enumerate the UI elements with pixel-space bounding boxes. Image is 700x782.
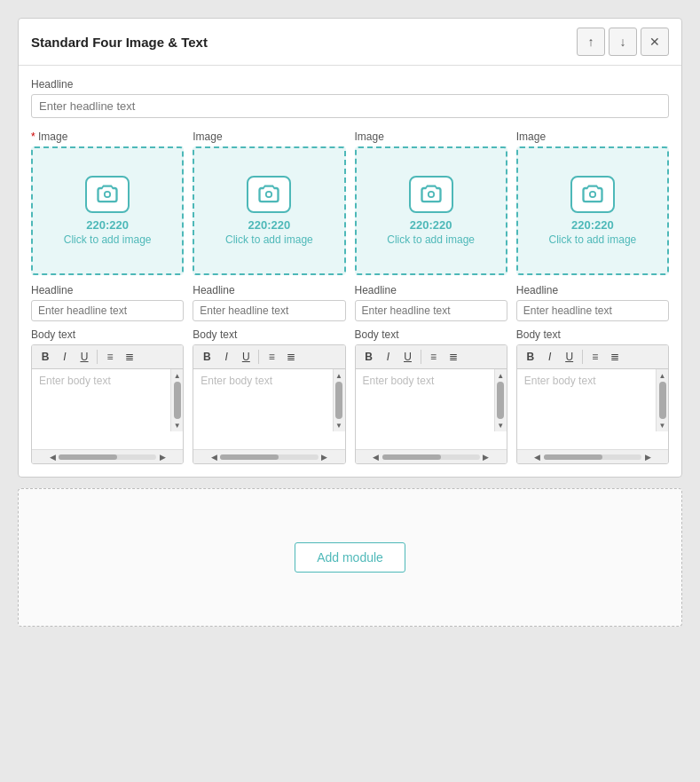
col-4-ul-btn[interactable]: ≡ (586, 348, 604, 366)
col-1-ul-btn[interactable]: ≡ (101, 348, 119, 366)
col-3-headline-input[interactable] (355, 300, 507, 321)
col-1-hscroll-right[interactable]: ▶ (156, 451, 169, 463)
col-3-ol-btn[interactable]: ≣ (444, 348, 462, 366)
col-1-sep (97, 350, 98, 364)
col-3-hscroll-right[interactable]: ▶ (480, 451, 492, 463)
arrow-up-icon: ↑ (588, 35, 594, 49)
col-1-scroll-up[interactable]: ▲ (173, 371, 182, 380)
col-3-scroll-up[interactable]: ▲ (496, 371, 505, 380)
col-2-hscrollbar[interactable]: ◀ ▶ (193, 449, 344, 463)
col-4-image-cta: Click to add image (549, 233, 637, 246)
camera-icon (419, 182, 444, 207)
col-4-image-box[interactable]: 220:220 Click to add image (516, 146, 669, 275)
col-3-hthumb[interactable] (382, 454, 441, 460)
col-4-hscroll-left[interactable]: ◀ (531, 451, 544, 463)
col-2-ul-btn[interactable]: ≡ (263, 348, 280, 366)
module-body: Headline * Image 220:220 Click to add im… (19, 66, 681, 477)
col-4-vthumb[interactable] (659, 382, 666, 419)
col-4-italic-btn[interactable]: I (541, 348, 559, 366)
col-1-scroll-down[interactable]: ▼ (173, 421, 182, 430)
column-4: Image 220:220 Click to add image Headlin… (516, 130, 669, 464)
move-down-button[interactable]: ↓ (609, 28, 637, 56)
column-3: Image 220:220 Click to add image Headlin… (355, 130, 507, 464)
col-3-sep (421, 350, 421, 364)
col-1-toolbar: B I U ≡ ≣ (32, 345, 183, 369)
col-3-body-input[interactable]: Enter body text (356, 369, 507, 449)
col-1-htrack (59, 454, 156, 460)
col-1-italic-btn[interactable]: I (56, 348, 74, 366)
col-2-ol-btn[interactable]: ≣ (282, 348, 300, 366)
col-2-scroll-down[interactable]: ▼ (334, 421, 343, 430)
col-1-image-box[interactable]: 220:220 Click to add image (31, 146, 184, 275)
col-1-body-label: Body text (31, 328, 184, 341)
col-4-underline-btn[interactable]: U (561, 348, 578, 366)
col-2-hscroll-left[interactable]: ◀ (208, 451, 220, 463)
col-1-vscrollbar[interactable]: ▲ ▼ (170, 369, 183, 431)
col-1-vthumb[interactable] (174, 382, 181, 419)
col-1-hscrollbar[interactable]: ◀ ▶ (32, 449, 183, 463)
col-2-image-box[interactable]: 220:220 Click to add image (193, 146, 345, 275)
col-3-bold-btn[interactable]: B (360, 348, 378, 366)
add-module-button[interactable]: Add module (295, 542, 405, 573)
col-3-hscrollbar[interactable]: ◀ ▶ (356, 449, 507, 463)
add-module-area: Add module (18, 488, 682, 627)
col-2-body-placeholder: Enter body text (201, 375, 272, 387)
col-3-htrack (382, 454, 480, 460)
col-1-bold-btn[interactable]: B (36, 348, 54, 366)
col-4-editor: B I U ≡ ≣ Enter body text ▲ (516, 344, 669, 464)
col-3-body-placeholder: Enter body text (363, 375, 435, 387)
header-controls: ↑ ↓ ✕ (577, 28, 669, 56)
col-4-hscrollbar[interactable]: ◀ ▶ (517, 449, 668, 463)
col-2-vthumb[interactable] (335, 382, 342, 419)
close-button[interactable]: ✕ (641, 28, 669, 56)
col-1-image-label: * Image (31, 130, 184, 143)
col-2-vscrollbar[interactable]: ▲ ▼ (333, 369, 345, 431)
col-1-body-input[interactable]: Enter body text (32, 369, 183, 449)
move-up-button[interactable]: ↑ (577, 28, 605, 56)
col-4-scroll-down[interactable]: ▼ (658, 421, 667, 430)
col-2-underline-btn[interactable]: U (237, 348, 255, 366)
col-3-vscrollbar[interactable]: ▲ ▼ (494, 369, 507, 431)
col-4-headline-input[interactable] (516, 300, 669, 321)
camera-icon (580, 182, 605, 207)
col-1-hscroll-left[interactable]: ◀ (46, 451, 59, 463)
col-2-image-dim: 220:220 (248, 218, 291, 232)
col-3-hscroll-left[interactable]: ◀ (370, 451, 382, 463)
col-4-vscrollbar[interactable]: ▲ ▼ (656, 369, 668, 431)
col-2-hscroll-right[interactable]: ▶ (319, 451, 331, 463)
col-4-camera-box (570, 176, 615, 213)
col-1-headline-input[interactable] (31, 300, 184, 321)
headline-input[interactable] (31, 94, 669, 118)
col-3-ul-btn[interactable]: ≡ (425, 348, 443, 366)
col-3-image-box[interactable]: 220:220 Click to add image (355, 146, 507, 275)
col-4-scroll-up[interactable]: ▲ (658, 371, 667, 380)
col-4-hscroll-right[interactable]: ▶ (641, 451, 654, 463)
col-3-underline-btn[interactable]: U (399, 348, 417, 366)
col-1-hthumb[interactable] (59, 454, 117, 460)
col-3-image-label: Image (355, 130, 507, 143)
col-2-bold-btn[interactable]: B (198, 348, 216, 366)
col-2-body-input[interactable]: Enter body text (193, 369, 344, 449)
col-1-ol-btn[interactable]: ≣ (121, 348, 138, 366)
col-4-image-label: Image (516, 130, 669, 143)
col-2-hthumb[interactable] (220, 454, 279, 460)
required-star: * (31, 130, 35, 143)
col-2-scroll-up[interactable]: ▲ (334, 371, 343, 380)
col-2-content: Enter body text ▲ ▼ (193, 369, 344, 449)
col-1-body-placeholder: Enter body text (39, 375, 111, 387)
add-module-label: Add module (317, 550, 383, 565)
col-1-camera-box (85, 176, 130, 213)
col-2-editor: B I U ≡ ≣ Enter body text ▲ (193, 344, 345, 464)
col-3-italic-btn[interactable]: I (380, 348, 397, 366)
col-1-image-dim: 220:220 (86, 218, 129, 232)
col-3-vthumb[interactable] (497, 382, 504, 419)
module-card: Standard Four Image & Text ↑ ↓ ✕ Headlin… (18, 18, 682, 478)
col-3-scroll-down[interactable]: ▼ (496, 421, 505, 430)
col-4-body-input[interactable]: Enter body text (517, 369, 668, 449)
col-2-headline-input[interactable] (193, 300, 345, 321)
col-4-ol-btn[interactable]: ≣ (606, 348, 624, 366)
col-2-italic-btn[interactable]: I (217, 348, 235, 366)
col-1-underline-btn[interactable]: U (75, 348, 93, 366)
col-4-hthumb[interactable] (544, 454, 602, 460)
col-4-bold-btn[interactable]: B (522, 348, 539, 366)
